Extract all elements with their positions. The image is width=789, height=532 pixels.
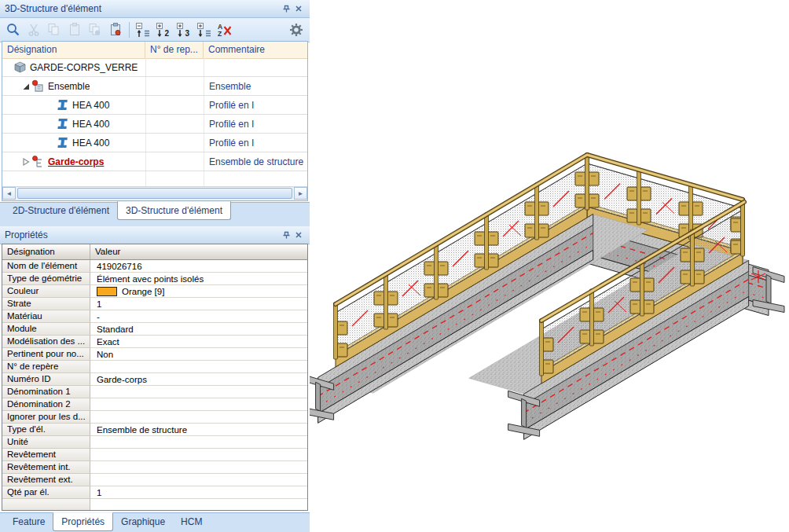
svg-text:2: 2	[165, 29, 170, 38]
property-row-n-de-rep-re: N° de repère	[2, 361, 307, 373]
close-icon[interactable]	[292, 229, 305, 240]
property-row-type-d-l-: Type d'él.Ensemble de structure	[2, 424, 307, 436]
tree-column-designation[interactable]: Désignation	[2, 42, 145, 58]
copy-icon[interactable]	[44, 20, 64, 40]
ensemble-node-icon	[31, 79, 45, 93]
property-value[interactable]: Exact	[90, 336, 307, 348]
tree-cell-comment: Ensemble de structure	[204, 156, 307, 167]
expand-all-icon[interactable]	[194, 20, 215, 40]
tree-horizontal-scrollbar[interactable]: ◄ ►	[2, 186, 307, 200]
tree-row-hea-400[interactable]: HEA 400Profilé en I	[2, 134, 307, 152]
property-label: Revêtement	[2, 449, 90, 461]
property-value[interactable]: Standard	[90, 323, 307, 336]
viewport-3d[interactable]	[310, 0, 789, 532]
property-value[interactable]	[90, 398, 307, 411]
expand-arrow-icon[interactable]	[20, 156, 31, 167]
property-value[interactable]: Orange [9]	[90, 285, 307, 298]
property-row-rev-tement-int-: Revêtement int.	[2, 461, 307, 474]
zoom-find-icon[interactable]	[3, 20, 24, 40]
scroll-left-arrow-icon[interactable]: ◄	[2, 187, 16, 200]
tab-propri-t-s[interactable]: Propriétés	[53, 512, 113, 531]
property-value[interactable]: 419026716	[90, 260, 307, 273]
tree-item-label: HEA 400	[72, 138, 109, 149]
pin-icon[interactable]	[280, 229, 292, 240]
property-value[interactable]	[90, 449, 307, 461]
pin-icon[interactable]	[280, 3, 292, 14]
property-value[interactable]	[90, 411, 307, 424]
property-label: Revêtement ext.	[2, 474, 90, 486]
toolbar-separator	[129, 22, 130, 38]
collapse-arrow-icon[interactable]	[20, 81, 31, 92]
tree-cell-comment: Profilé en I	[204, 100, 307, 111]
structure-panel: 3D-Structure d'élément 23AZ Désignation …	[0, 0, 310, 203]
property-value[interactable]	[90, 436, 307, 449]
property-column-designation[interactable]: Désignation	[2, 244, 90, 259]
tab-2d-structure-d-l-ment[interactable]: 2D-Structure d'élément	[5, 202, 117, 218]
expander-spacer	[45, 100, 56, 111]
property-value[interactable]	[90, 386, 307, 398]
property-row-pertinent-pour-no-: Pertinent pour no...Non	[2, 348, 307, 361]
tab-3d-structure-d-l-ment[interactable]: 3D-Structure d'élément	[117, 201, 231, 220]
tree-row-hea-400[interactable]: HEA 400Profilé en I	[2, 115, 307, 134]
property-row-nom-de-l-l-ment: Nom de l'élément419026716	[2, 260, 307, 273]
structure-toolbar: 23AZ	[0, 18, 310, 42]
property-value[interactable]	[90, 361, 307, 373]
color-swatch	[97, 287, 117, 296]
property-label: Dénomination 2	[2, 398, 90, 411]
tree-row-garde-corps[interactable]: Garde-corpsEnsemble de structure	[2, 152, 307, 171]
property-value[interactable]: 1	[90, 298, 307, 310]
property-label: Numéro ID	[2, 373, 90, 386]
paste-contents-icon[interactable]	[105, 20, 126, 40]
property-label: Nom de l'élément	[2, 260, 90, 273]
property-value[interactable]: 1	[90, 486, 307, 499]
tree-row-hea-400[interactable]: HEA 400Profilé en I	[2, 96, 307, 115]
copy-contents-icon[interactable]	[85, 20, 105, 40]
tab-graphique[interactable]: Graphique	[113, 513, 173, 530]
expander-spacer	[2, 62, 13, 73]
tree-row-ensemble[interactable]: EnsembleEnsemble	[2, 77, 307, 96]
property-row-module: ModuleStandard	[2, 323, 307, 336]
ibeam-icon	[56, 98, 69, 112]
property-row-rev-tement: Revêtement	[2, 449, 307, 461]
tab-hcm[interactable]: HCM	[173, 513, 210, 530]
property-value[interactable]: -	[90, 310, 307, 323]
collapse-one-level-icon[interactable]	[133, 20, 153, 40]
tree-row-garde-corps-verre[interactable]: GARDE-CORPS_VERRE	[2, 58, 307, 77]
property-value[interactable]: Garde-corps	[90, 373, 307, 386]
expand-level-2-icon[interactable]: 2	[153, 20, 174, 40]
property-value[interactable]: Élément avec points isolés	[90, 273, 307, 285]
property-value[interactable]	[90, 474, 307, 486]
scrollbar-thumb[interactable]	[17, 188, 292, 199]
tab-feature[interactable]: Feature	[5, 513, 53, 530]
property-value[interactable]: Non	[90, 348, 307, 361]
property-row-rev-tement-ext-: Revêtement ext.	[2, 474, 307, 486]
property-value-text: Orange [9]	[122, 287, 164, 296]
paste-icon[interactable]	[64, 20, 85, 40]
expand-level-3-icon[interactable]: 3	[174, 20, 194, 40]
property-label: Type de géométrie	[2, 273, 90, 285]
property-label: Couleur	[2, 285, 90, 298]
property-row-num-ro-id: Numéro IDGarde-corps	[2, 373, 307, 386]
close-icon[interactable]	[292, 3, 305, 14]
tree-column-repere[interactable]: N° de rep...	[145, 42, 204, 58]
property-label	[2, 499, 90, 511]
property-value[interactable]	[90, 499, 307, 511]
properties-panel-titlebar: Propriétés	[0, 226, 310, 244]
application-window: 3D-Structure d'élément 23AZ Désignation …	[0, 0, 789, 532]
property-row-ignorer-pour-les-d-: Ignorer pour les d...	[2, 411, 307, 424]
viewport-3d-canvas[interactable]	[310, 0, 789, 532]
cut-icon[interactable]	[24, 20, 44, 40]
property-value[interactable]	[90, 461, 307, 474]
property-grid-header: Désignation Valeur	[2, 244, 307, 260]
remove-designation-icon[interactable]: AZ	[215, 20, 235, 40]
property-row-empty	[2, 499, 307, 511]
tree-cell-comment: Profilé en I	[204, 119, 307, 130]
gear-icon[interactable]	[286, 20, 306, 40]
dock-bottom-tabstrip: FeaturePropriétésGraphiqueHCM	[0, 512, 310, 532]
property-column-valeur[interactable]: Valeur	[90, 244, 307, 259]
property-value[interactable]: Ensemble de structure	[90, 424, 307, 436]
properties-panel-title: Propriétés	[5, 229, 48, 240]
scroll-right-arrow-icon[interactable]: ►	[294, 187, 307, 200]
assembly-box-icon	[13, 61, 27, 74]
tree-column-commentaire[interactable]: Commentaire	[204, 42, 307, 58]
